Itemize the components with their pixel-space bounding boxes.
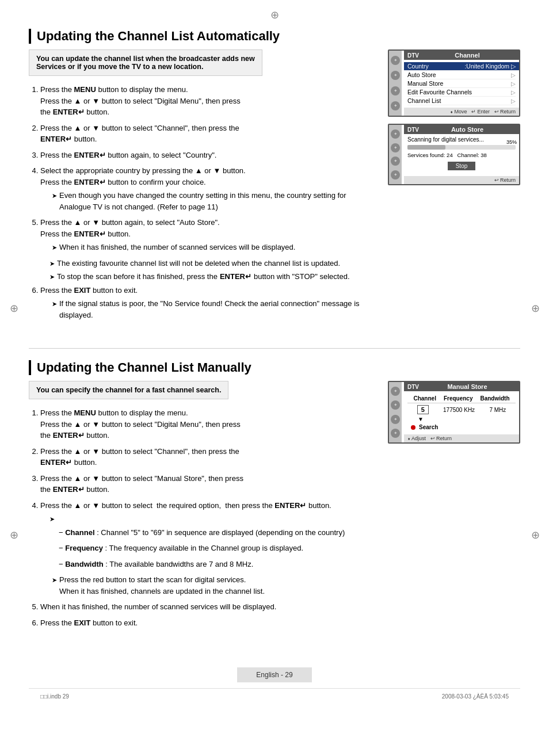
tv-item-editfav-label: Edit Favourite Channels: [407, 89, 472, 96]
print-footer-right: 2008-03-03 ¿ÀÈÄ 5:03:45: [442, 693, 509, 700]
tv-item-manualstore-arrow: ▷: [511, 81, 516, 87]
tv-channel-title: Channel: [455, 52, 479, 59]
tv-screen-autostore: ⌖ ⌖ ⌖ ⌖ DTV Auto Store: [388, 124, 520, 185]
step2-4-note: Channel : Channel "5" to "69" in sequenc…: [40, 513, 376, 570]
step1-4-note: Even though you have changed the country…: [40, 190, 376, 212]
footer-return-label: Return: [500, 109, 516, 114]
tv-dtv-label: DTV: [407, 52, 419, 59]
tv-header-channel: DTV Channel: [404, 51, 519, 60]
tv-btn-1: ⌖: [391, 56, 400, 65]
footer-return-3-label: Return: [436, 436, 452, 441]
tv-btn-3-1: ⌖: [391, 387, 400, 396]
tv-manual-title: Manual Store: [447, 383, 487, 390]
crosshair-right-bottom: ⊕: [529, 529, 541, 541]
tv-btn-2-4: ⌖: [391, 170, 400, 180]
tv-manual-cols: Channel Frequency Bandwidth: [407, 394, 516, 403]
tv-stop-button[interactable]: Stop: [448, 162, 476, 170]
tv-btn-4: ⌖: [391, 101, 400, 110]
tv-item-channellist-label: Channel List: [407, 97, 441, 104]
footer-center: English - 29: [29, 656, 520, 682]
print-footer-left: □□i.indb 29: [40, 693, 69, 700]
tv-search-dot: [411, 425, 415, 430]
step2-1: Press the MENU button to display the men…: [40, 407, 376, 441]
step1-4: Select the appropriate country by pressi…: [40, 165, 376, 212]
footer-return-2: ↩Return: [494, 177, 516, 183]
subitem-frequency: Frequency : The frequency available in t…: [59, 543, 376, 554]
tv-item-channellist-arrow: ▷: [511, 98, 516, 104]
tv-screen-channel: ⌖ ⌖ ⌖ ⌖ DTV Channel: [388, 49, 520, 117]
step1-1: Press the MENU button to display the men…: [40, 84, 376, 118]
crosshair-left-top: ⊕: [8, 303, 20, 314]
tv-sidebar-1: ⌖ ⌖ ⌖ ⌖: [389, 51, 402, 116]
tv-content-autostore: DTV Auto Store Scanning for digital serv…: [404, 125, 519, 184]
tv-item-editfav: Edit Favourite Channels ▷: [407, 88, 516, 97]
footer-enter-label: Enter: [477, 109, 490, 114]
tv-item-manualstore-label: Manual Store: [407, 80, 443, 87]
footer-adjust: ⬧Adjust: [407, 436, 426, 441]
section2-instructions: You can specify the channel for a fast c…: [29, 381, 376, 633]
footer-move-label: Move: [454, 109, 467, 114]
tv-item-editfav-arrow: ▷: [511, 89, 516, 96]
tv-item-country: Country :United Kingdom ▷: [404, 62, 519, 71]
print-footer: □□i.indb 29 2008-03-03 ¿ÀÈÄ 5:03:45: [29, 688, 520, 702]
step1-6: Press the EXIT button to exit. If the si…: [40, 285, 376, 321]
tv-progress-bar: [407, 145, 516, 150]
col-frequency: Frequency: [444, 395, 473, 402]
footer-return-3: ↩Return: [430, 436, 452, 441]
tv-progress-wrap: 35%: [407, 145, 516, 150]
tv-scanning-text: Scanning for digital services...: [407, 136, 516, 143]
tv-item-manualstore: Manual Store ▷: [407, 79, 516, 88]
step2-3: Press the ▲ or ▼ button to select "Manua…: [40, 473, 376, 495]
tv-btn-2-1: ⌖: [391, 129, 400, 139]
tv-stop-wrap: Stop: [407, 162, 516, 170]
tv-screen-manualstore: ⌖ ⌖ ⌖ ⌖ DTV Manual Store: [388, 381, 520, 444]
step1-5-note3: To stop the scan before it has finished,…: [29, 271, 376, 282]
step2-5: When it has finished, the number of scan…: [40, 601, 376, 613]
section1-instructions: You can update the channel list when the…: [29, 49, 376, 325]
col-bandwidth: Bandwidth: [480, 395, 509, 402]
tv-footer-manual: ⬧Adjust ↩Return: [404, 434, 519, 442]
footer-move: ⬧Move: [450, 109, 467, 114]
tv-item-country-value: :United Kingdom ▷: [464, 63, 516, 70]
tv-sidebar-2: ⌖ ⌖ ⌖ ⌖: [389, 125, 402, 184]
crosshair-left-bottom: ⊕: [8, 529, 20, 541]
tv-dtv-label-2: DTV: [407, 127, 419, 133]
tv-btn-3-4: ⌖: [391, 429, 400, 438]
tv-down-arrow: ▼: [407, 416, 516, 422]
tv-panels-section2: ⌖ ⌖ ⌖ ⌖ DTV Manual Store: [388, 381, 520, 444]
tv-bw-val: 7 MHz: [489, 407, 506, 413]
step2-4-red-note: Press the red button to start the scan f…: [40, 574, 376, 597]
section1-title: Updating the Channel List Automatically: [29, 29, 520, 44]
section2-steps: Press the MENU button to display the men…: [29, 407, 376, 628]
tv-search-label: Search: [419, 424, 438, 430]
footer-return: ↩Return: [494, 109, 516, 114]
tv-item-channellist: Channel List ▷: [407, 97, 516, 105]
tv-panels-section1: ⌖ ⌖ ⌖ ⌖ DTV Channel: [388, 49, 520, 185]
tv-btn-2-2: ⌖: [391, 143, 400, 152]
footer-enter: ↵Enter: [471, 109, 490, 114]
crosshair-top: ⊕: [269, 9, 280, 21]
tv-body-autostore: Scanning for digital services... 35% Ser…: [404, 134, 519, 176]
step2-6: Press the EXIT button to exit.: [40, 617, 376, 629]
footer-return-2-label: Return: [500, 177, 516, 183]
section1-step6: Press the EXIT button to exit. If the si…: [29, 285, 376, 321]
subitem-bandwidth: Bandwidth : The available bandwidths are…: [59, 559, 376, 570]
tv-item-autostore: Auto Store ▷: [407, 71, 516, 79]
tv-autostore-title: Auto Store: [451, 126, 483, 133]
tv-item-autostore-arrow: ▷: [511, 72, 516, 78]
tv-freq-val: 177500 KHz: [443, 407, 475, 413]
step2-2: Press the ▲ or ▼ button to select "Chann…: [40, 446, 376, 468]
tv-services-info: Services found: 24 Channel: 38: [407, 152, 516, 158]
tv-btn-3-2: ⌖: [391, 400, 400, 410]
tv-header-manual: DTV Manual Store: [404, 382, 519, 391]
tv-footer-channel: ⬧Move ↵Enter ↩Return: [404, 108, 519, 116]
tv-body-manual: Channel Frequency Bandwidth 5 177500 KHz…: [404, 391, 519, 434]
step1-3: Press the ENTER↵ button again, to select…: [40, 150, 376, 161]
tv-btn-2-3: ⌖: [391, 156, 400, 166]
step1-5: Press the ▲ or ▼ button again, to select…: [40, 217, 376, 253]
footer-adjust-label: Adjust: [411, 436, 426, 441]
tv-item-autostore-label: Auto Store: [407, 71, 436, 78]
tv-dtv-label-3: DTV: [407, 384, 419, 390]
subitem-channel: Channel : Channel "5" to "69" in sequenc…: [59, 527, 376, 539]
page-footer: English - 29: [237, 667, 312, 682]
